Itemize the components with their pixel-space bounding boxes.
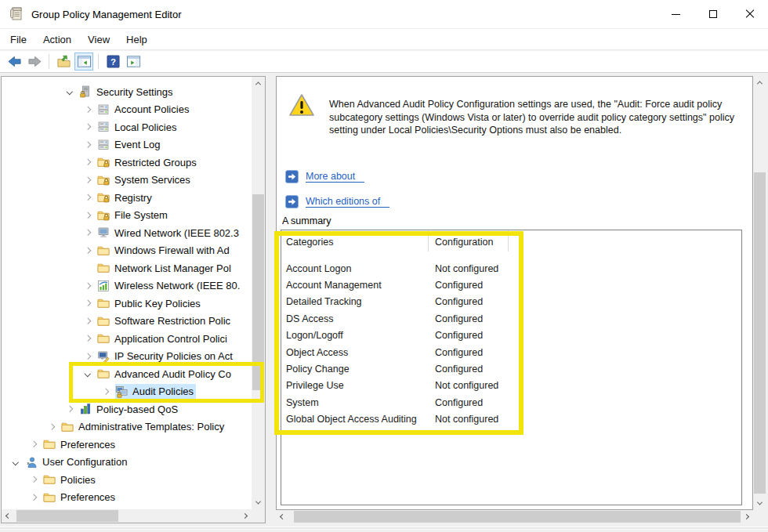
more-about-link[interactable]: More about: [306, 171, 364, 183]
expand-chevron-icon[interactable]: [82, 245, 93, 256]
tree-item-local-policies[interactable]: Local Policies: [2, 118, 252, 136]
expand-chevron-icon[interactable]: [82, 280, 93, 291]
menu-action[interactable]: Action: [35, 31, 79, 49]
vertical-scrollbar-thumb[interactable]: [252, 194, 264, 390]
tree-item-preferences[interactable]: Preferences: [2, 489, 252, 506]
tree-item-event-log[interactable]: Event Log: [2, 136, 252, 154]
extended-view-button[interactable]: [124, 52, 143, 71]
tree-item-user-configuration[interactable]: User Configuration: [2, 454, 252, 471]
forward-button[interactable]: [25, 52, 44, 71]
scroll-up-arrow-icon[interactable]: [753, 76, 766, 89]
folder-lock-icon: [97, 156, 110, 168]
tree-item-label: Security Settings: [96, 86, 176, 98]
tree-item-restricted-groups[interactable]: Restricted Groups: [2, 154, 252, 171]
expand-chevron-icon[interactable]: [28, 492, 39, 503]
table-row-logon-logoff[interactable]: Logon/LogoffConfigured: [281, 328, 741, 344]
help-button[interactable]: ?: [103, 52, 122, 71]
tree-item-security-settings[interactable]: Security Settings: [2, 83, 252, 100]
table-row-global-object-access-auditing[interactable]: Global Object Access AuditingNot configu…: [281, 411, 741, 428]
tree-item-windows-firewall-with-ad[interactable]: Windows Firewall with Ad: [2, 242, 252, 259]
scroll-down-arrow-icon[interactable]: [753, 497, 766, 510]
details-horizontal-scrollbar[interactable]: [276, 510, 753, 523]
collapse-chevron-icon[interactable]: [10, 457, 21, 468]
expand-chevron-icon[interactable]: [82, 333, 93, 344]
tree-item-wireless-network-ieee-80[interactable]: Wireless Network (IEEE 80.: [2, 277, 252, 295]
menu-file[interactable]: File: [2, 31, 34, 49]
expand-chevron-icon[interactable]: [100, 386, 111, 397]
expand-chevron-icon[interactable]: [28, 439, 39, 450]
expand-chevron-icon[interactable]: [82, 175, 93, 186]
table-row-privilege-use[interactable]: Privilege UseNot configured: [281, 378, 741, 394]
table-row-ds-access[interactable]: DS AccessConfigured: [281, 310, 741, 327]
tree-item-policies[interactable]: Policies: [2, 471, 252, 488]
table-row-object-access[interactable]: Object AccessConfigured: [281, 344, 741, 360]
column-header-categories[interactable]: Categories: [281, 230, 429, 252]
details-vertical-scrollbar[interactable]: [753, 76, 766, 510]
scroll-up-arrow-icon[interactable]: [252, 77, 265, 90]
tree-item-advanced-audit-policy-co[interactable]: Advanced Audit Policy Co: [2, 365, 252, 382]
tree-item-network-list-manager-pol[interactable]: Network List Manager Pol: [2, 259, 252, 277]
table-row-detailed-tracking[interactable]: Detailed TrackingConfigured: [281, 294, 741, 310]
expand-chevron-icon[interactable]: [82, 104, 93, 115]
column-header-configuration[interactable]: Configuration: [429, 230, 509, 252]
scroll-right-arrow-icon[interactable]: [740, 510, 753, 523]
tree-item-file-system[interactable]: File System: [2, 207, 252, 224]
export-list-button[interactable]: [54, 52, 73, 71]
tree-item-administrative-templates-policy[interactable]: Administrative Templates: Policy: [2, 418, 252, 436]
scroll-down-arrow-icon[interactable]: [252, 496, 265, 509]
expand-chevron-icon[interactable]: [64, 404, 75, 414]
expand-chevron-icon[interactable]: [82, 157, 93, 168]
back-button[interactable]: [5, 52, 24, 71]
tree-item-public-key-policies[interactable]: Public Key Policies: [2, 295, 252, 312]
collapse-chevron-icon[interactable]: [64, 86, 75, 97]
expand-chevron-icon[interactable]: [82, 227, 93, 238]
maximize-button[interactable]: [694, 0, 731, 28]
expand-chevron-icon[interactable]: [28, 474, 39, 485]
tree-item-account-policies[interactable]: Account Policies: [2, 101, 252, 118]
close-button[interactable]: [731, 0, 768, 28]
which-editions-link[interactable]: Which editions of: [306, 196, 389, 208]
table-row-account-management[interactable]: Account ManagementConfigured: [281, 277, 741, 293]
scroll-left-arrow-icon[interactable]: [276, 510, 289, 523]
tree-item-policy-based-qos[interactable]: Policy-based QoS: [2, 400, 252, 418]
tree-item-label: Local Policies: [114, 121, 179, 133]
menu-view[interactable]: View: [80, 31, 118, 49]
tree-item-body: Local Policies: [97, 119, 179, 135]
expand-chevron-icon[interactable]: [82, 298, 93, 309]
tree-item-wired-network-ieee-802-3[interactable]: Wired Network (IEEE 802.3: [2, 224, 252, 241]
tree-horizontal-scrollbar[interactable]: [2, 509, 252, 523]
expand-chevron-icon[interactable]: [82, 192, 93, 203]
minimize-button[interactable]: [658, 0, 694, 28]
category-cell: System: [281, 397, 429, 408]
expand-chevron-icon[interactable]: [82, 139, 93, 150]
back-icon: [7, 54, 22, 69]
folder-icon: [43, 438, 56, 451]
expand-chevron-icon[interactable]: [82, 121, 93, 132]
tree-item-system-services[interactable]: System Services: [2, 172, 252, 189]
tree-vertical-scrollbar[interactable]: [252, 77, 265, 509]
scroll-left-arrow-icon[interactable]: [2, 509, 15, 523]
tree-item-preferences[interactable]: Preferences: [2, 436, 252, 453]
collapse-chevron-icon[interactable]: [82, 368, 93, 379]
expand-chevron-icon[interactable]: [82, 351, 93, 362]
expand-chevron-icon[interactable]: [82, 210, 93, 221]
tree-item-software-restriction-polic[interactable]: Software Restriction Polic: [2, 313, 252, 330]
table-row-policy-change[interactable]: Policy ChangeConfigured: [281, 360, 741, 377]
warning-icon: [288, 93, 315, 118]
vertical-scrollbar-thumb[interactable]: [754, 172, 766, 494]
table-row-system[interactable]: SystemConfigured: [281, 394, 741, 411]
folder-lock-icon: [97, 174, 110, 186]
tree-item-audit-policies[interactable]: Audit Policies: [2, 383, 252, 400]
horizontal-scrollbar-thumb[interactable]: [294, 511, 741, 523]
menu-help[interactable]: Help: [118, 31, 155, 49]
expand-chevron-icon[interactable]: [82, 316, 93, 327]
folder-icon: [43, 473, 56, 486]
expand-chevron-icon[interactable]: [46, 422, 57, 432]
table-row-account-logon[interactable]: Account LogonNot configured: [281, 260, 741, 277]
tree-item-registry[interactable]: Registry: [2, 189, 252, 206]
console-tree-button[interactable]: [74, 52, 93, 71]
scroll-right-arrow-icon[interactable]: [238, 509, 252, 523]
tree-item-application-control-polici[interactable]: Application Control Polici: [2, 330, 252, 347]
horizontal-scrollbar-thumb[interactable]: [16, 510, 118, 522]
tree-item-ip-security-policies-on-act[interactable]: IP Security Policies on Act: [2, 348, 252, 365]
